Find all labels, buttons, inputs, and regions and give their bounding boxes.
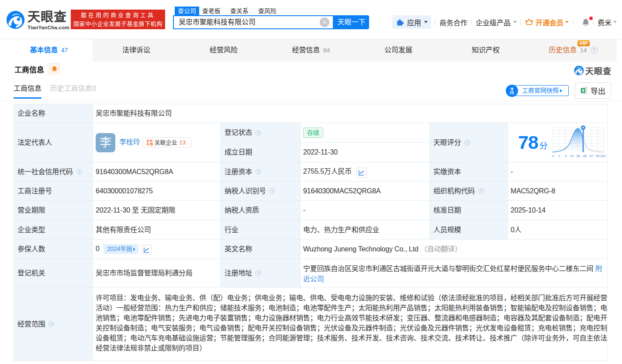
svg-text:3: 3 <box>565 154 567 158</box>
svg-text:100: 100 <box>600 154 606 158</box>
svg-text:97: 97 <box>590 154 594 158</box>
svg-text:企: 企 <box>150 143 153 146</box>
svg-text:15: 15 <box>570 154 574 158</box>
svg-text:99: 99 <box>596 154 600 158</box>
svg-text:0: 0 <box>552 154 554 158</box>
svg-text:50: 50 <box>577 154 581 158</box>
svg-text:1: 1 <box>558 154 560 158</box>
svg-text:85: 85 <box>583 154 587 158</box>
